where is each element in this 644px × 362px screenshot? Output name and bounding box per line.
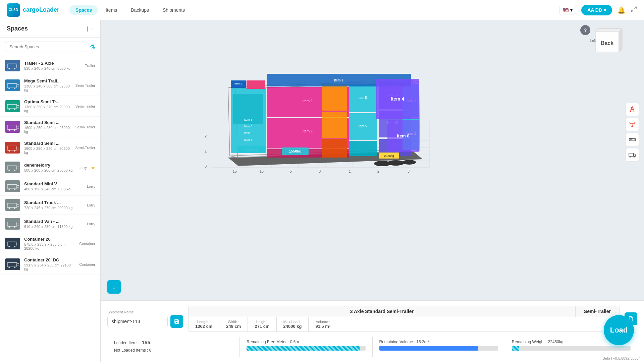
space-info: Container 20' 575.8 x 235.2 x 238.5 cm 2… bbox=[24, 237, 75, 250]
viewport[interactable]: ? Back Left ↓ bbox=[101, 20, 644, 300]
shipment-name-input[interactable] bbox=[107, 316, 168, 327]
spec-width: Width : 248 cm bbox=[219, 317, 248, 331]
svg-rect-7 bbox=[17, 84, 19, 86]
space-type: Semi-Trailer bbox=[75, 146, 96, 150]
space-type: Lorry bbox=[78, 166, 87, 170]
svg-text:Item 1: Item 1 bbox=[303, 129, 313, 133]
svg-rect-14 bbox=[7, 125, 17, 129]
collapse-sidebar-button[interactable]: |→ bbox=[87, 26, 94, 32]
space-type: Lorry bbox=[87, 184, 95, 188]
svg-text:Item 5: Item 5 bbox=[244, 118, 252, 121]
space-list-item[interactable]: Container 20' 575.8 x 235.2 x 238.5 cm 2… bbox=[0, 233, 100, 254]
svg-marker-47 bbox=[595, 28, 622, 32]
version-label: Beta | v0.5.8892.30334 bbox=[602, 356, 641, 360]
svg-point-45 bbox=[14, 266, 15, 268]
free-meter-stat: Remaining Free Meter : 0.6m 13m(95%) bbox=[240, 337, 372, 357]
space-list-item[interactable]: Standard Truck ... 720 x 245 x 270 cm 20… bbox=[0, 196, 100, 215]
svg-line-1 bbox=[632, 10, 634, 12]
svg-rect-137 bbox=[247, 80, 265, 89]
svg-text:Item 1: Item 1 bbox=[334, 78, 343, 82]
svg-rect-121 bbox=[322, 112, 347, 138]
svg-point-17 bbox=[14, 129, 15, 131]
bottom-top-row: Shipment Name 3 Axle Standard Semi-Trail… bbox=[107, 306, 637, 332]
load-button[interactable]: Load bbox=[604, 315, 634, 345]
trailer-name: 3 Axle Standard Semi-Trailer bbox=[189, 306, 576, 317]
truck-tool[interactable] bbox=[626, 148, 639, 162]
space-name: Standard Semi ... bbox=[24, 141, 71, 146]
right-toolbar bbox=[624, 101, 641, 163]
svg-text:-5: -5 bbox=[288, 169, 292, 173]
filter-button[interactable]: ⚗ bbox=[90, 43, 95, 51]
fullscreen-button[interactable] bbox=[631, 6, 637, 14]
svg-text:Item 8: Item 8 bbox=[397, 133, 410, 138]
svg-point-90 bbox=[387, 160, 404, 166]
space-dims: 1360 x 240 x 300 cm 32800 kg bbox=[24, 84, 71, 92]
nav-backups[interactable]: Backups bbox=[125, 5, 155, 15]
sort-tool[interactable] bbox=[626, 118, 639, 131]
svg-text:-10: -10 bbox=[258, 169, 264, 173]
space-list-item[interactable]: Standard Van - ... 610 x 240 x 230 cm 11… bbox=[0, 215, 100, 233]
cube-navigator[interactable]: Back Left bbox=[590, 27, 624, 60]
svg-rect-15 bbox=[17, 126, 19, 128]
volume-progress: 76.2m²(83.3%) bbox=[379, 346, 498, 351]
svg-point-62 bbox=[630, 156, 631, 157]
space-icon bbox=[5, 142, 20, 154]
space-list-item[interactable]: Optima Semi Tr... 1360 x 250 x 270 cm 29… bbox=[0, 96, 100, 117]
cargo-3d-scene: -15 -10 -5 0 1 2 3 0 1 2 bbox=[195, 27, 446, 188]
svg-point-32 bbox=[8, 207, 10, 209]
space-icon bbox=[5, 79, 20, 91]
space-dims: 610 x 240 x 230 cm 11300 kg bbox=[24, 225, 83, 229]
nav-shipments[interactable]: Shipments bbox=[157, 5, 191, 15]
help-button[interactable]: ? bbox=[580, 25, 590, 35]
space-info: Standard Semi ... 1600 x 250 x 280 cm 25… bbox=[24, 120, 71, 134]
space-icon bbox=[5, 258, 20, 270]
user-menu[interactable]: AA DD ▾ bbox=[581, 5, 612, 15]
svg-text:-15: -15 bbox=[231, 169, 237, 173]
svg-rect-10 bbox=[7, 104, 17, 109]
weight-progress: 1550kg(6.4%) bbox=[512, 346, 631, 351]
search-input[interactable] bbox=[5, 42, 87, 52]
sidebar-title: Spaces bbox=[7, 25, 28, 32]
space-icon bbox=[5, 162, 20, 173]
space-list-item[interactable]: Standard Semi ... 1600 x 250 x 280 cm 20… bbox=[0, 137, 100, 158]
space-list-item[interactable]: denemelorry 500 x 200 x 200 cm 25000 kg … bbox=[0, 158, 100, 177]
svg-rect-54 bbox=[630, 122, 635, 124]
svg-rect-27 bbox=[17, 185, 19, 187]
ruler-tool[interactable] bbox=[626, 133, 639, 146]
notifications-button[interactable]: 🔔 bbox=[617, 6, 626, 14]
bottom-panel: Shipment Name 3 Axle Standard Semi-Trail… bbox=[101, 300, 644, 362]
space-list-item[interactable]: Mega Semi Trail... 1360 x 240 x 300 cm 3… bbox=[0, 75, 100, 96]
svg-point-21 bbox=[14, 150, 15, 152]
weight-tool[interactable] bbox=[626, 103, 639, 116]
svg-text:0: 0 bbox=[319, 169, 321, 173]
svg-rect-22 bbox=[7, 166, 17, 170]
svg-text:Item 5: Item 5 bbox=[358, 124, 367, 128]
space-list-item[interactable]: Container 20' DC 591.9 x 234 x 238 cm 22… bbox=[0, 254, 100, 275]
svg-text:Back: Back bbox=[601, 40, 613, 46]
space-dims: 1600 x 250 x 280 cm 20500 kg bbox=[24, 146, 71, 155]
space-list-item[interactable]: Trailer - 2 Axle 530 x 240 x 240 cm 5800… bbox=[0, 56, 100, 75]
scroll-down-button[interactable]: ↓ bbox=[107, 280, 121, 294]
space-info: Optima Semi Tr... 1360 x 250 x 270 cm 29… bbox=[24, 99, 71, 113]
svg-rect-42 bbox=[7, 262, 17, 267]
svg-line-95 bbox=[419, 82, 420, 151]
svg-text:2988kg: 2988kg bbox=[384, 154, 394, 158]
svg-point-4 bbox=[8, 68, 10, 69]
nav-spaces[interactable]: Spaces bbox=[69, 5, 98, 15]
svg-text:1550kg: 1550kg bbox=[289, 149, 301, 153]
logo: CL 3D cargoLoader bbox=[7, 3, 59, 17]
header: CL 3D cargoLoader Spaces Items Backups S… bbox=[0, 0, 644, 20]
space-list-item[interactable]: Standard Semi ... 1600 x 250 x 280 cm 25… bbox=[0, 117, 100, 137]
svg-rect-122 bbox=[322, 139, 347, 158]
shipment-name-group: Shipment Name bbox=[107, 310, 183, 328]
svg-rect-43 bbox=[17, 263, 19, 265]
svg-point-63 bbox=[634, 156, 635, 157]
space-list-item[interactable]: Standard Mini V... 400 x 190 x 240 cm 75… bbox=[0, 177, 100, 196]
language-selector[interactable]: 🇺🇸 ▾ bbox=[559, 6, 576, 14]
header-right: 🇺🇸 ▾ AA DD ▾ 🔔 bbox=[559, 5, 637, 15]
nav-items[interactable]: Items bbox=[100, 5, 123, 15]
save-shipment-button[interactable] bbox=[170, 315, 183, 328]
logo-icon: CL 3D bbox=[7, 3, 20, 17]
spec-volume: Volume : 91.5 m³ bbox=[309, 317, 337, 331]
space-list: Trailer - 2 Axle 530 x 240 x 240 cm 5800… bbox=[0, 56, 100, 362]
